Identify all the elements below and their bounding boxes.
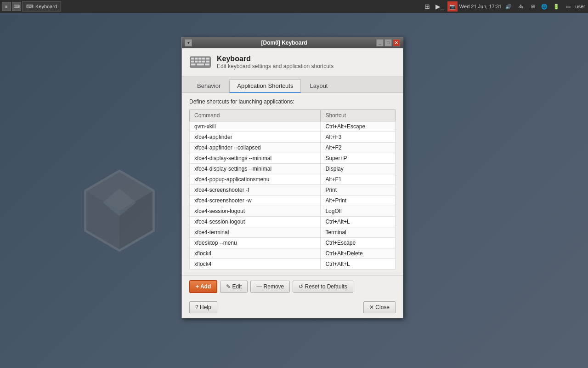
- svg-rect-15: [206, 61, 209, 63]
- titlebar-maximize-btn[interactable]: □: [384, 39, 392, 46]
- command-cell: xfce4-session-logout: [190, 217, 321, 227]
- close-button[interactable]: ✕ Close: [363, 301, 396, 313]
- command-cell: xfce4-popup-applicationsmenu: [190, 174, 321, 185]
- dialog-footer: ? Help ✕ Close: [182, 298, 403, 318]
- table-row[interactable]: xflock4Ctrl+Alt+L: [190, 259, 396, 270]
- command-cell: xfce4-terminal: [190, 227, 321, 238]
- shortcut-cell: Alt+F1: [321, 174, 396, 185]
- command-cell: xfce4-appfinder: [190, 132, 321, 143]
- tab-layout[interactable]: Layout: [302, 79, 335, 92]
- edit-button[interactable]: ✎ Edit: [220, 281, 248, 293]
- keyboard-dialog: ▾ [Dom0] Keyboard _ □ ✕ Keyboard: [181, 37, 403, 318]
- taskbar-icon-2[interactable]: ⌨: [12, 2, 21, 11]
- svg-rect-8: [198, 58, 201, 59]
- reset-button[interactable]: ↺ Reset to Defaults: [293, 281, 353, 293]
- app-menu-icon[interactable]: ≡: [2, 2, 11, 11]
- table-row[interactable]: xfce4-display-settings --minimalDisplay: [190, 164, 396, 174]
- svg-rect-9: [202, 58, 205, 59]
- taskbar: ≡ ⌨ ⌨ Keyboard ⊞ ▶_ 📷 Wed 21 Jun, 17:31 …: [0, 0, 588, 13]
- shortcut-cell: Alt+F3: [321, 132, 396, 143]
- taskbar-monitor-icon[interactable]: 🖥: [527, 1, 537, 12]
- column-command: Command: [190, 110, 321, 121]
- shortcut-cell: Ctrl+Alt+L: [321, 259, 396, 270]
- taskbar-terminal-icon[interactable]: ▶_: [435, 1, 446, 12]
- dialog-app-subtitle: Edit keyboard settings and application s…: [217, 63, 334, 69]
- taskbar-time: Wed 21 Jun, 17:31: [459, 4, 502, 9]
- svg-rect-10: [206, 58, 209, 59]
- dialog-header-text: Keyboard Edit keyboard settings and appl…: [217, 55, 334, 69]
- table-row[interactable]: xfce4-appfinderAlt+F3: [190, 132, 396, 143]
- svg-rect-7: [195, 58, 198, 59]
- shortcut-cell: Print: [321, 185, 396, 196]
- shortcut-cell: Ctrl+Alt+L: [321, 217, 396, 227]
- titlebar-minimize-btn[interactable]: _: [376, 39, 384, 46]
- dialog-header: Keyboard Edit keyboard settings and appl…: [182, 48, 403, 76]
- command-cell: xfce4-appfinder --collapsed: [190, 143, 321, 153]
- svg-rect-16: [191, 63, 196, 65]
- tab-content-application-shortcuts: Define shortcuts for launching applicati…: [182, 93, 403, 275]
- svg-rect-11: [191, 61, 194, 63]
- table-row[interactable]: xfce4-screenshooter -fPrint: [190, 185, 396, 196]
- taskbar-window-label: Keyboard: [35, 4, 57, 9]
- taskbar-right: ⊞ ▶_ 📷 Wed 21 Jun, 17:31 🔊 🖧 🖥 🌐 🔋 ▭ use…: [422, 1, 588, 12]
- command-cell: xfce4-display-settings --minimal: [190, 164, 321, 174]
- table-row[interactable]: xfce4-screenshooter -wAlt+Print: [190, 196, 396, 206]
- table-row[interactable]: xfce4-appfinder --collapsedAlt+F2: [190, 143, 396, 153]
- shortcut-cell: Display: [321, 164, 396, 174]
- taskbar-keyboard-window[interactable]: ⌨ Keyboard: [22, 1, 61, 12]
- column-shortcut: Shortcut: [321, 110, 396, 121]
- tab-behavior[interactable]: Behavior: [189, 79, 228, 92]
- titlebar-left-controls: ▾: [185, 39, 192, 46]
- taskbar-cmd-icon[interactable]: ⊞: [422, 1, 433, 12]
- shortcut-cell: Super+P: [321, 153, 396, 164]
- svg-rect-18: [205, 63, 209, 65]
- titlebar-menu-btn[interactable]: ▾: [185, 39, 192, 46]
- svg-rect-12: [195, 61, 198, 63]
- shortcut-cell: Alt+Print: [321, 196, 396, 206]
- table-row[interactable]: xfdesktop --menuCtrl+Escape: [190, 238, 396, 248]
- shortcuts-table: Command Shortcut qvm-xkillCtrl+Alt+Escap…: [189, 109, 396, 270]
- titlebar-close-btn[interactable]: ✕: [393, 39, 400, 46]
- action-buttons-row: + Add ✎ Edit — Remove ↺ Reset to Default…: [182, 275, 403, 298]
- table-row[interactable]: xfce4-popup-applicationsmenuAlt+F1: [190, 174, 396, 185]
- command-cell: xfce4-screenshooter -w: [190, 196, 321, 206]
- taskbar-left: ≡ ⌨ ⌨ Keyboard: [0, 1, 61, 12]
- tab-application-shortcuts[interactable]: Application Shortcuts: [229, 79, 301, 93]
- taskbar-network-icon[interactable]: 🖧: [515, 1, 526, 12]
- taskbar-screenshot-icon[interactable]: 📷: [447, 1, 458, 12]
- taskbar-display-icon[interactable]: ▭: [563, 1, 573, 12]
- taskbar-globe-icon[interactable]: 🌐: [539, 1, 549, 12]
- dialog-title: [Dom0] Keyboard: [261, 40, 307, 46]
- command-cell: qvm-xkill: [190, 121, 321, 132]
- shortcut-cell: Ctrl+Alt+Delete: [321, 248, 396, 259]
- command-cell: xflock4: [190, 248, 321, 259]
- shortcut-cell: Ctrl+Escape: [321, 238, 396, 248]
- svg-rect-14: [202, 61, 205, 63]
- shortcuts-description: Define shortcuts for launching applicati…: [189, 98, 396, 105]
- command-cell: xfce4-session-logout: [190, 206, 321, 217]
- dialog-titlebar: ▾ [Dom0] Keyboard _ □ ✕: [182, 37, 403, 48]
- table-row[interactable]: xfce4-session-logoutLogOff: [190, 206, 396, 217]
- svg-rect-6: [191, 58, 194, 59]
- taskbar-user-label: user: [575, 1, 585, 12]
- remove-button[interactable]: — Remove: [250, 281, 290, 293]
- command-cell: xflock4: [190, 259, 321, 270]
- table-row[interactable]: xfce4-terminalTerminal: [190, 227, 396, 238]
- help-button[interactable]: ? Help: [189, 301, 217, 313]
- table-row[interactable]: qvm-xkillCtrl+Alt+Escape: [190, 121, 396, 132]
- command-cell: xfce4-screenshooter -f: [190, 185, 321, 196]
- table-row[interactable]: xfce4-display-settings --minimalSuper+P: [190, 153, 396, 164]
- command-cell: xfdesktop --menu: [190, 238, 321, 248]
- tabs-container: Behavior Application Shortcuts Layout: [182, 76, 403, 93]
- table-row[interactable]: xfce4-session-logoutCtrl+Alt+L: [190, 217, 396, 227]
- add-button[interactable]: + Add: [189, 280, 217, 293]
- taskbar-battery-icon[interactable]: 🔋: [551, 1, 561, 12]
- table-row[interactable]: xflock4Ctrl+Alt+Delete: [190, 248, 396, 259]
- taskbar-window-icon: ⌨: [26, 4, 34, 10]
- shortcut-cell: Alt+F2: [321, 143, 396, 153]
- svg-rect-17: [197, 63, 204, 65]
- command-cell: xfce4-display-settings --minimal: [190, 153, 321, 164]
- taskbar-volume-icon[interactable]: 🔊: [503, 1, 514, 12]
- shortcut-cell: Ctrl+Alt+Escape: [321, 121, 396, 132]
- shortcut-cell: LogOff: [321, 206, 396, 217]
